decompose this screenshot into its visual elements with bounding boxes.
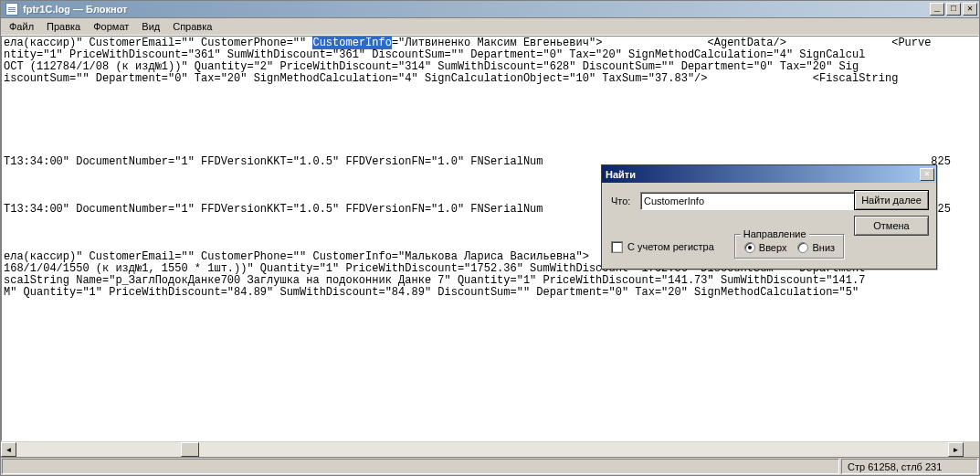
menubar: Файл Правка Формат Вид Справка [1,18,979,36]
status-position: Стр 61258, стлб 231 [841,459,978,474]
direction-up-radio[interactable]: Вверх [744,242,787,253]
status-bar: Стр 61258, стлб 231 [1,457,979,475]
find-titlebar[interactable]: Найти ✕ [602,165,936,183]
find-what-label: Что: [611,196,640,206]
log-line: ела(кассир)" CustomerEmail="" CustomerPh… [4,37,312,49]
find-title: Найти [606,169,920,180]
notepad-icon [5,3,18,16]
direction-group: Направление Вверх Вниз [734,234,845,259]
log-line: iscountSum="" Department="0" Tax="20" Si… [4,72,905,85]
scroll-corner [964,442,979,457]
text-selection: CustomerInfo [312,37,391,49]
maximize-button[interactable]: □ [946,3,961,16]
radio-icon [744,242,755,253]
find-close-button[interactable]: ✕ [920,168,934,181]
menu-file[interactable]: Файл [3,19,40,34]
log-line: ntity="1" PriceWithDiscount="361" SumWit… [4,48,865,61]
match-case-label: С учетом регистра [627,241,714,252]
find-dialog: Найти ✕ Что: Найти далее Отмена С учетом… [601,164,937,270]
minimize-button[interactable]: _ [930,3,944,16]
checkbox-icon [611,241,623,253]
radio-icon [797,242,808,253]
horizontal-scrollbar[interactable]: ◄ ► [1,441,979,457]
close-button[interactable]: ✕ [963,3,977,16]
log-line: ="Литвиненко Максим Евгеньевич"> <AgentD… [392,37,932,49]
find-cancel-button[interactable]: Отмена [854,216,929,236]
titlebar: fptr1C.log — Блокнот _ □ ✕ [1,1,979,18]
find-next-button[interactable]: Найти далее [854,190,929,210]
menu-edit[interactable]: Правка [40,19,87,34]
menu-help[interactable]: Справка [166,19,218,34]
scroll-right-button[interactable]: ► [948,442,964,457]
direction-down-radio[interactable]: Вниз [797,242,835,253]
status-empty [2,459,839,474]
direction-up-label: Вверх [759,242,787,253]
scroll-thumb[interactable] [181,442,199,457]
menu-view[interactable]: Вид [135,19,166,34]
log-line: M" Quantity="1" PriceWithDiscount="84.89… [4,286,865,299]
direction-legend: Направление [741,228,809,239]
direction-down-label: Вниз [812,242,835,253]
scroll-left-button[interactable]: ◄ [1,442,16,457]
menu-format[interactable]: Формат [87,19,135,34]
match-case-checkbox[interactable]: С учетом регистра [611,241,714,253]
window-title: fptr1C.log — Блокнот [23,4,930,15]
scroll-track[interactable] [16,442,948,457]
log-line: ОСТ (112784/1/08 (к изд№1))" Quantity="2… [4,60,859,73]
log-line: scalString Name="р_ЗаглПодокДанке700 Заг… [4,274,865,287]
